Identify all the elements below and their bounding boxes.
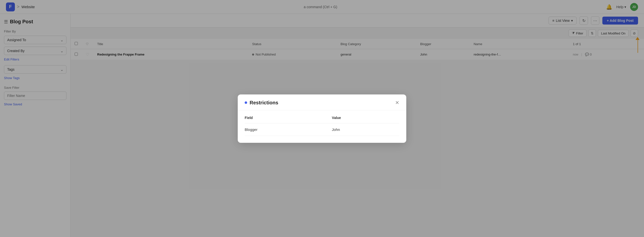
value-header: Value <box>332 112 399 124</box>
modal-title: Restrictions <box>250 100 278 106</box>
modal-overlay: Restrictions ✕ Field Value Blogger John <box>0 0 644 237</box>
restrictions-modal: Restrictions ✕ Field Value Blogger John <box>238 94 406 143</box>
modal-value-cell: John <box>332 123 399 136</box>
modal-close-button[interactable]: ✕ <box>395 100 399 105</box>
modal-dot <box>245 102 247 104</box>
modal-title-row: Restrictions <box>245 100 278 106</box>
modal-header: Restrictions ✕ <box>238 94 406 110</box>
field-header: Field <box>245 112 332 124</box>
modal-field-cell: Blogger <box>245 123 332 136</box>
modal-table-row: Blogger John <box>245 123 399 136</box>
restrictions-table: Field Value Blogger John <box>245 112 399 136</box>
modal-body: Field Value Blogger John <box>238 112 406 143</box>
modal-table-header: Field Value <box>245 112 399 124</box>
